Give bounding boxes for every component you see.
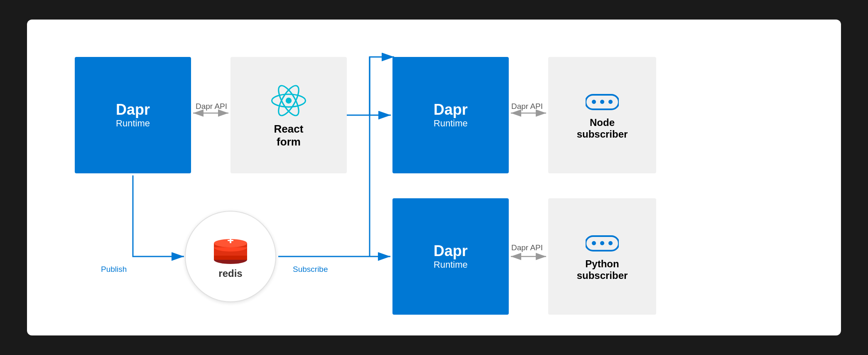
dapr-subtitle-3: Runtime — [434, 259, 468, 270]
python-label: Python — [577, 258, 628, 270]
svg-point-10 — [286, 98, 292, 104]
node-subscriber-box: Node subscriber — [548, 57, 656, 173]
redis-logo-icon — [212, 234, 249, 265]
svg-point-26 — [600, 100, 604, 104]
svg-point-30 — [600, 241, 604, 245]
python-subscriber-box: Python subscriber — [548, 198, 656, 315]
node-label: Node — [577, 117, 628, 128]
svg-rect-23 — [230, 238, 231, 243]
dapr-subtitle-2: Runtime — [434, 118, 468, 129]
dapr-runtime-block-2: Dapr Runtime — [392, 57, 509, 173]
python-subscriber-icon — [586, 232, 619, 255]
diagram-container: Dapr Runtime React form Dapr Runtime Dap… — [27, 20, 841, 335]
subscribe-label: Subscribe — [293, 265, 328, 274]
react-form-label: React — [274, 123, 304, 136]
publish-label: Publish — [101, 265, 127, 274]
svg-point-29 — [592, 241, 596, 245]
node-subscriber-label: subscriber — [577, 128, 628, 140]
react-form-box: React form — [230, 57, 347, 173]
dapr-title-3: Dapr — [434, 243, 468, 259]
dapr-subtitle-1: Runtime — [116, 118, 150, 129]
dapr-title-1: Dapr — [116, 101, 150, 118]
dapr-title-2: Dapr — [434, 101, 468, 118]
python-subscriber-label: subscriber — [577, 270, 628, 281]
redis-label: redis — [218, 268, 242, 279]
react-form-label2: form — [274, 136, 304, 148]
node-subscriber-icon — [586, 91, 619, 113]
svg-point-25 — [592, 100, 596, 104]
dapr-runtime-block-3: Dapr Runtime — [392, 198, 509, 315]
dapr-api-label-2: Dapr API — [511, 102, 543, 111]
dapr-api-label-1: Dapr API — [196, 102, 227, 111]
react-icon — [270, 82, 307, 119]
dapr-api-label-3: Dapr API — [511, 243, 543, 252]
svg-point-27 — [608, 100, 613, 104]
redis-circle: redis — [185, 211, 276, 302]
dapr-runtime-block-1: Dapr Runtime — [75, 57, 191, 173]
svg-point-31 — [608, 241, 613, 245]
